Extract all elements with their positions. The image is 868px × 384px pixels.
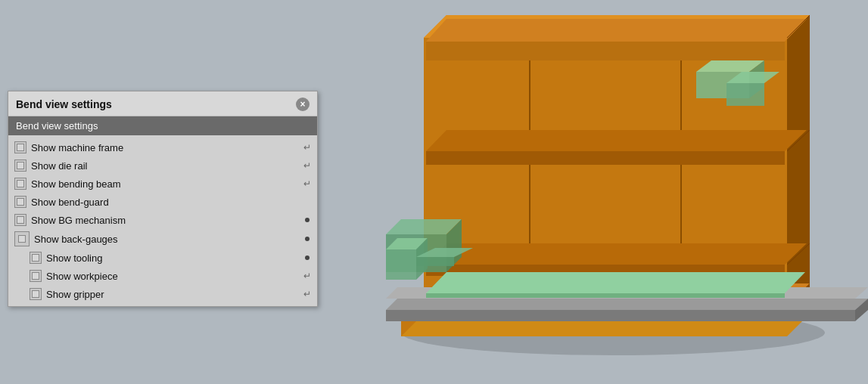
svg-marker-22: [386, 310, 855, 321]
dot-indicator-bg-mechanism: [305, 218, 310, 222]
svg-marker-7: [426, 42, 785, 60]
row-label-workpiece: Show workpiece: [46, 271, 303, 282]
checkbox-tooling[interactable]: [30, 252, 42, 264]
scene-svg: [325, 0, 868, 384]
close-button[interactable]: ×: [296, 98, 310, 111]
row-label-bend-guard: Show bend-guard: [31, 197, 311, 208]
svg-marker-28: [386, 249, 416, 280]
checkbox-bg-mechanism[interactable]: [14, 214, 26, 226]
row-label-back-gauges: Show back-gauges: [34, 234, 305, 245]
settings-panel: Bend view settings × Bend view settings …: [8, 91, 318, 307]
panel-title-bar: Bend view settings ×: [8, 91, 317, 116]
svg-marker-5: [787, 15, 810, 310]
settings-row-machine-frame[interactable]: Show machine frame↵: [8, 138, 317, 156]
row-label-tooling: Show tooling: [46, 252, 305, 264]
settings-row-bg-mechanism[interactable]: Show BG mechanism: [8, 211, 317, 229]
row-label-bending-beam: Show bending beam: [31, 178, 303, 190]
checkbox-inner-die-rail: [17, 162, 24, 169]
svg-marker-14: [426, 243, 807, 265]
checkbox-inner-workpiece: [32, 272, 39, 280]
dot-indicator-tooling: [305, 255, 310, 260]
checkbox-gripper[interactable]: [30, 288, 42, 300]
checkbox-inner-bg-mechanism: [17, 216, 24, 224]
panel-header: Bend view settings: [8, 116, 317, 135]
settings-row-bending-beam[interactable]: Show bending beam↵: [8, 175, 317, 193]
svg-rect-11: [426, 151, 785, 165]
return-arrow-bending-beam: ↵: [303, 178, 311, 189]
settings-row-gripper[interactable]: Show gripper↵: [8, 285, 317, 303]
row-label-machine-frame: Show machine frame: [31, 142, 303, 153]
svg-marker-12: [426, 130, 807, 151]
checkbox-bend-guard[interactable]: [14, 196, 26, 208]
checkbox-back-gauges[interactable]: [14, 231, 30, 246]
return-arrow-die-rail: ↵: [303, 160, 311, 171]
checkbox-inner-tooling: [32, 254, 39, 262]
svg-marker-42: [426, 272, 805, 293]
settings-row-tooling[interactable]: Show tooling: [8, 249, 317, 267]
svg-rect-41: [426, 293, 785, 298]
checkbox-inner-bend-guard: [17, 198, 24, 206]
settings-row-die-rail[interactable]: Show die rail↵: [8, 156, 317, 175]
checkbox-bending-beam[interactable]: [14, 178, 26, 190]
return-arrow-workpiece: ↵: [303, 271, 311, 281]
panel-title: Bend view settings: [16, 98, 112, 110]
svg-marker-21: [386, 299, 868, 310]
checkbox-inner-back-gauges: [18, 235, 26, 243]
checkbox-inner-gripper: [32, 290, 39, 298]
row-label-die-rail: Show die rail: [31, 160, 303, 172]
checkbox-inner-machine-frame: [17, 144, 24, 151]
svg-rect-31: [416, 257, 454, 266]
return-arrow-gripper: ↵: [303, 289, 311, 299]
svg-marker-36: [726, 83, 764, 106]
dot-indicator-back-gauges: [305, 237, 310, 241]
checkbox-die-rail[interactable]: [14, 159, 26, 172]
settings-row-bend-guard[interactable]: Show bend-guard: [8, 193, 317, 211]
checkbox-workpiece[interactable]: [30, 270, 42, 282]
checkbox-machine-frame[interactable]: [14, 141, 26, 153]
panel-body: Show machine frame↵Show die rail↵Show be…: [8, 135, 317, 306]
svg-marker-8: [426, 19, 807, 42]
settings-row-back-gauges[interactable]: Show back-gauges: [8, 229, 317, 249]
row-label-gripper: Show gripper: [46, 289, 303, 300]
row-label-bg-mechanism: Show BG mechanism: [31, 215, 305, 226]
checkbox-inner-bending-beam: [17, 180, 24, 187]
return-arrow-machine-frame: ↵: [303, 142, 311, 153]
settings-row-workpiece[interactable]: Show workpiece↵: [8, 267, 317, 285]
